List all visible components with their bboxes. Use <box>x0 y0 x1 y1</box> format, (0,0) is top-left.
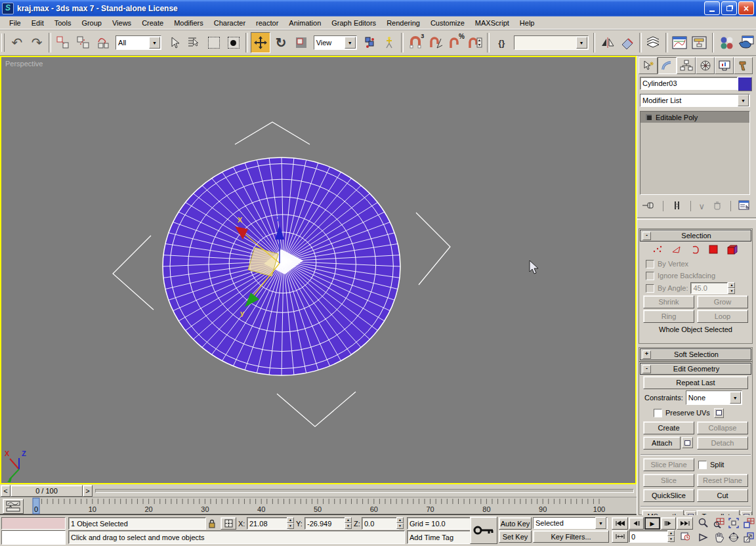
select-and-link-button[interactable] <box>54 33 72 52</box>
add-time-tag-field[interactable]: Add Time Tag <box>407 530 471 544</box>
constraints-dropdown[interactable]: None ▼ <box>686 390 742 405</box>
preserve-uvs-settings-button[interactable] <box>714 408 724 418</box>
loop-button[interactable]: Loop <box>697 310 748 323</box>
cut-button[interactable]: Cut <box>697 489 748 502</box>
track-bar-ruler[interactable]: 01020304050607080901000 <box>25 497 635 515</box>
select-and-rotate-button[interactable]: ↻ <box>272 33 290 52</box>
window-crossing-button[interactable] <box>224 33 243 52</box>
key-filters-button[interactable]: Key Filters... <box>533 530 609 543</box>
viewport-label[interactable]: Perspective <box>5 60 43 68</box>
arc-rotate-button[interactable] <box>727 531 740 544</box>
next-frame-arrow[interactable]: > <box>83 485 93 497</box>
z-coord-field[interactable]: 0.0 <box>362 517 399 530</box>
set-key-button[interactable]: Set Key <box>499 530 532 543</box>
zoom-all-button[interactable] <box>712 516 725 530</box>
time-configuration-button[interactable] <box>678 530 692 541</box>
tab-hierarchy[interactable] <box>677 57 696 74</box>
shrink-button[interactable]: Shrink <box>643 295 694 308</box>
y-coord-field[interactable]: -26.949 <box>304 517 347 530</box>
pan-button[interactable] <box>712 531 725 544</box>
edit-geometry-header[interactable]: - Edit Geometry <box>640 363 751 375</box>
named-selection-dropdown[interactable]: ▼ <box>514 35 588 50</box>
menu-file[interactable]: File <box>4 18 26 28</box>
vertex-subobject-button[interactable] <box>652 245 663 255</box>
go-to-start-button[interactable] <box>612 517 628 530</box>
zoom-extents-button[interactable] <box>727 516 740 530</box>
key-filter-selection-dropdown[interactable]: Selected ▼ <box>533 517 608 529</box>
zoom-button[interactable] <box>697 516 710 530</box>
make-unique-button[interactable]: ∨ <box>698 201 705 211</box>
preserve-uvs-checkbox[interactable] <box>654 409 662 417</box>
menu-reactor[interactable]: reactor <box>251 18 284 28</box>
selection-lock-button[interactable] <box>206 517 218 530</box>
tab-utilities[interactable] <box>734 57 753 74</box>
field-of-view-button[interactable] <box>697 531 710 544</box>
menu-rendering[interactable]: Rendering <box>381 18 425 28</box>
zoom-extents-all-button[interactable] <box>742 516 755 530</box>
snap-toggle-button[interactable]: 3 <box>406 33 425 52</box>
perspective-viewport[interactable]: XyZXZy Perspective <box>0 56 637 484</box>
dropdown-arrow-icon[interactable]: ▼ <box>345 37 356 49</box>
expand-icon[interactable]: + <box>642 350 651 359</box>
edge-subobject-button[interactable] <box>671 245 682 255</box>
tab-modify[interactable] <box>658 57 677 74</box>
by-vertex-checkbox[interactable] <box>646 260 654 268</box>
schematic-view-button[interactable] <box>690 33 709 52</box>
remove-modifier-button[interactable] <box>712 200 723 212</box>
attach-button[interactable]: Attach <box>643 436 681 450</box>
open-mini-curve-editor-button[interactable] <box>3 499 24 514</box>
go-to-end-button[interactable] <box>677 517 693 530</box>
show-end-result-button[interactable] <box>671 200 683 212</box>
menu-customize[interactable]: Customize <box>425 18 470 28</box>
reference-coordinate-dropdown[interactable]: View ▼ <box>314 35 357 50</box>
border-subobject-button[interactable] <box>690 245 700 255</box>
tab-motion[interactable] <box>696 57 715 74</box>
selection-filter-dropdown[interactable]: All ▼ <box>116 35 161 50</box>
dropdown-arrow-icon[interactable]: ▼ <box>576 37 587 49</box>
rectangular-selection-region-button[interactable] <box>204 33 222 52</box>
unlink-selection-button[interactable] <box>74 33 93 52</box>
select-and-move-button[interactable] <box>251 32 270 53</box>
dropdown-arrow-icon[interactable]: ▼ <box>730 392 741 404</box>
angle-snap-button[interactable] <box>426 33 444 52</box>
absolute-offset-mode-button[interactable] <box>220 517 236 530</box>
object-color-swatch[interactable] <box>738 77 752 91</box>
menu-help[interactable]: Help <box>514 18 540 28</box>
restore-button[interactable] <box>721 1 737 15</box>
modifier-list-dropdown[interactable]: Modifier List ▼ <box>640 94 750 107</box>
element-subobject-button[interactable] <box>727 245 739 256</box>
auto-key-button[interactable]: Auto Key <box>499 517 532 530</box>
dropdown-arrow-icon[interactable]: ▼ <box>595 517 606 529</box>
x-coord-spinner[interactable]: ▲▼ <box>287 517 294 529</box>
z-coord-spinner[interactable]: ▲▼ <box>396 517 404 529</box>
min-max-toggle-button[interactable] <box>742 531 755 544</box>
menu-character[interactable]: Character <box>209 18 251 28</box>
curve-editor-button[interactable] <box>671 33 689 52</box>
menu-group[interactable]: Group <box>76 18 107 28</box>
slice-plane-button[interactable]: Slice Plane <box>643 458 694 471</box>
select-and-scale-button[interactable] <box>291 33 310 52</box>
menu-animation[interactable]: Animation <box>284 18 326 28</box>
y-coord-spinner[interactable]: ▲▼ <box>345 517 352 529</box>
selection-rollout-header[interactable]: - Selection <box>640 230 751 242</box>
close-button[interactable]: × <box>738 1 754 15</box>
minimize-button[interactable] <box>704 1 720 15</box>
align-button[interactable] <box>618 33 637 52</box>
key-mode-toggle-button[interactable] <box>612 530 628 543</box>
select-by-name-button[interactable] <box>184 33 203 52</box>
object-name-field[interactable]: Cylinder03 <box>640 77 738 90</box>
modifier-stack-item[interactable]: Editable Poly <box>640 112 749 123</box>
menu-modifiers[interactable]: Modifiers <box>169 18 209 28</box>
maxscript-mini-listener[interactable] <box>1 530 66 545</box>
render-scene-button[interactable] <box>737 33 755 52</box>
slice-button[interactable]: Slice <box>643 474 694 487</box>
undo-button[interactable]: ↶ <box>8 33 26 52</box>
dropdown-arrow-icon[interactable]: ▼ <box>149 37 160 49</box>
menu-graph-editors[interactable]: Graph Editors <box>326 18 381 28</box>
by-angle-spinner[interactable]: ▲▼ <box>728 282 735 294</box>
detach-button[interactable]: Detach <box>697 436 748 450</box>
named-selection-sets-button[interactable]: {} <box>492 33 511 52</box>
tab-create[interactable] <box>639 57 658 74</box>
menu-create[interactable]: Create <box>136 18 169 28</box>
percent-snap-button[interactable]: % <box>446 33 465 52</box>
